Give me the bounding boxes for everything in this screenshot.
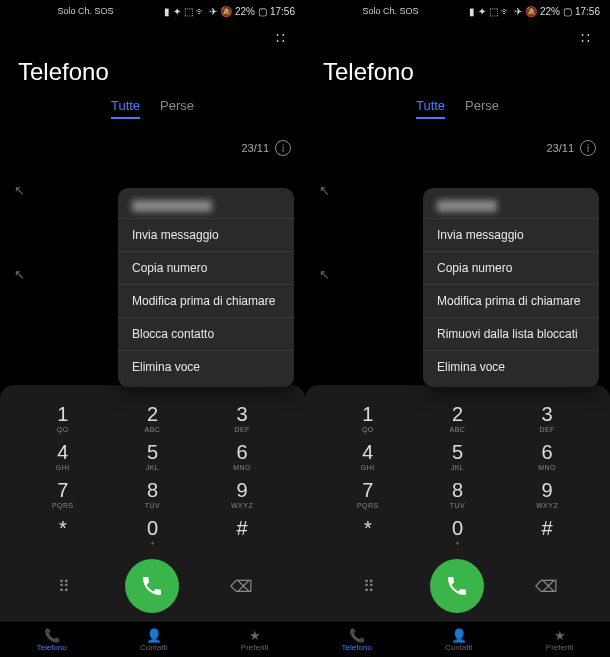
key-5[interactable]: 5JKL [427,441,487,471]
outgoing-icon: ↖ [14,267,32,282]
key-4[interactable]: 4GHI [33,441,93,471]
call-row[interactable]: 23/11 i [305,127,610,169]
menu-unblock-contact[interactable]: Rimuovi dalla lista bloccati [423,317,599,350]
nav-favorites[interactable]: ★Preferiti [546,628,574,652]
popup-contact [423,192,599,218]
nav-phone[interactable]: 📞Telefono [342,628,372,652]
carrier-text: Solo Ch. SOS [315,6,466,16]
menu-block-contact[interactable]: Blocca contatto [118,317,294,350]
key-5[interactable]: 5JKL [122,441,182,471]
context-menu: Invia messaggio Copia numero Modifica pr… [118,188,294,387]
call-button[interactable] [125,559,179,613]
nav-contacts[interactable]: 👤Contatti [445,628,473,652]
key-hash[interactable]: # [517,517,577,547]
key-2[interactable]: 2ABC [122,403,182,433]
outgoing-icon: ↖ [319,267,337,282]
nav-contacts[interactable]: 👤Contatti [140,628,168,652]
outgoing-icon: ↖ [14,183,32,198]
status-icons: ▮✦⬚ᯤ✈🔕 22%▢ 17:56 [469,6,600,17]
key-6[interactable]: 6MNO [517,441,577,471]
menu-delete-entry[interactable]: Elimina voce [423,350,599,383]
tab-missed[interactable]: Perse [465,98,499,119]
key-9[interactable]: 9WXYZ [212,479,272,509]
key-0[interactable]: 0+ [122,517,182,547]
nav-favorites[interactable]: ★Preferiti [241,628,269,652]
status-icons: ▮✦⬚ᯤ✈🔕 22%▢ 17:56 [164,6,295,17]
dialpad-icon[interactable]: ⠿ [339,577,399,596]
call-tabs: Tutte Perse [0,92,305,123]
status-bar: Solo Ch. SOS ▮✦⬚ᯤ✈🔕 22%▢ 17:56 [305,0,610,22]
key-8[interactable]: 8TUV [122,479,182,509]
menu-edit-before-call[interactable]: Modifica prima di chiamare [423,284,599,317]
tab-all[interactable]: Tutte [111,98,140,119]
backspace-icon[interactable]: ⌫ [516,577,576,596]
key-2[interactable]: 2ABC [427,403,487,433]
dialer: 1QO 2ABC 3DEF 4GHI 5JKL 6MNO 7PQRS 8TUV … [305,385,610,621]
key-star[interactable]: * [33,517,93,547]
more-icon[interactable]: ∷ [305,22,610,46]
page-title: Telefono [305,46,610,92]
info-icon[interactable]: i [275,140,291,156]
backspace-icon[interactable]: ⌫ [211,577,271,596]
screen-right: Solo Ch. SOS ▮✦⬚ᯤ✈🔕 22%▢ 17:56 ∷ Telefon… [305,0,610,657]
status-bar: Solo Ch. SOS ▮✦⬚ᯤ✈🔕 22%▢ 17:56 [0,0,305,22]
context-menu: Invia messaggio Copia numero Modifica pr… [423,188,599,387]
key-7[interactable]: 7PQRS [338,479,398,509]
menu-delete-entry[interactable]: Elimina voce [118,350,294,383]
key-6[interactable]: 6MNO [212,441,272,471]
tab-missed[interactable]: Perse [160,98,194,119]
menu-copy-number[interactable]: Copia numero [118,251,294,284]
key-3[interactable]: 3DEF [517,403,577,433]
more-icon[interactable]: ∷ [0,22,305,46]
popup-contact [118,192,294,218]
key-1[interactable]: 1QO [338,403,398,433]
call-button[interactable] [430,559,484,613]
nav-phone[interactable]: 📞Telefono [37,628,67,652]
carrier-text: Solo Ch. SOS [10,6,161,16]
key-star[interactable]: * [338,517,398,547]
key-7[interactable]: 7PQRS [33,479,93,509]
dialer: 1QO 2ABC 3DEF 4GHI 5JKL 6MNO 7PQRS 8TUV … [0,385,305,621]
bottom-nav: 📞Telefono 👤Contatti ★Preferiti [0,621,305,657]
call-tabs: Tutte Perse [305,92,610,123]
info-icon[interactable]: i [580,140,596,156]
call-row[interactable]: 23/11 i [0,127,305,169]
menu-send-message[interactable]: Invia messaggio [423,218,599,251]
menu-edit-before-call[interactable]: Modifica prima di chiamare [118,284,294,317]
page-title: Telefono [0,46,305,92]
key-4[interactable]: 4GHI [338,441,398,471]
call-date: 23/11 [546,142,574,154]
tab-all[interactable]: Tutte [416,98,445,119]
menu-copy-number[interactable]: Copia numero [423,251,599,284]
key-hash[interactable]: # [212,517,272,547]
outgoing-icon: ↖ [319,183,337,198]
screen-left: Solo Ch. SOS ▮✦⬚ᯤ✈🔕 22%▢ 17:56 ∷ Telefon… [0,0,305,657]
bottom-nav: 📞Telefono 👤Contatti ★Preferiti [305,621,610,657]
key-8[interactable]: 8TUV [427,479,487,509]
call-date: 23/11 [241,142,269,154]
dialpad-icon[interactable]: ⠿ [34,577,94,596]
key-9[interactable]: 9WXYZ [517,479,577,509]
key-3[interactable]: 3DEF [212,403,272,433]
key-1[interactable]: 1QO [33,403,93,433]
menu-send-message[interactable]: Invia messaggio [118,218,294,251]
key-0[interactable]: 0+ [427,517,487,547]
